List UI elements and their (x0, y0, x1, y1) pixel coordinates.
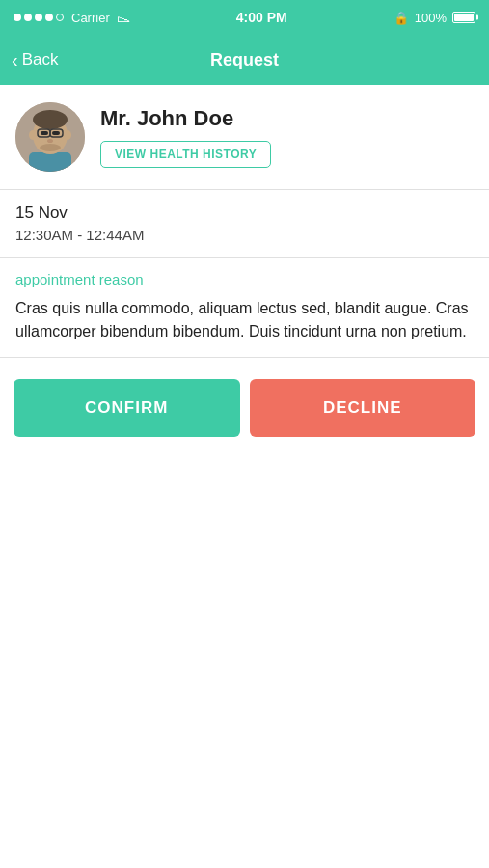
date-section: 15 Nov 12:30AM - 12:44AM (0, 190, 489, 257)
nav-bar: ‹ Back Request (0, 35, 489, 85)
carrier-label: Carrier (71, 11, 110, 25)
svg-rect-2 (29, 152, 71, 172)
lock-icon: 🔒 (394, 11, 409, 25)
dot2 (24, 14, 32, 21)
dot3 (35, 14, 42, 21)
profile-info: Mr. John Doe VIEW HEALTH HISTORY (100, 106, 271, 168)
reason-section: appointment reason Cras quis nulla commo… (0, 258, 489, 357)
confirm-button[interactable]: CONFIRM (14, 379, 240, 437)
svg-point-4 (33, 110, 68, 129)
dot4 (45, 14, 53, 21)
status-time: 4:00 PM (236, 10, 287, 25)
svg-point-5 (29, 130, 37, 140)
wifi-icon: ⌳ (117, 10, 130, 25)
content-area: Mr. John Doe VIEW HEALTH HISTORY 15 Nov … (0, 85, 489, 868)
back-label: Back (22, 50, 59, 69)
avatar (15, 102, 85, 172)
divider-3 (0, 357, 489, 358)
nav-title: Request (210, 50, 279, 70)
action-buttons: CONFIRM DECLINE (0, 362, 489, 454)
decline-button[interactable]: DECLINE (250, 379, 476, 437)
back-chevron-icon: ‹ (12, 50, 18, 69)
dot5 (56, 14, 64, 21)
patient-name: Mr. John Doe (100, 106, 271, 131)
reason-text: Cras quis nulla commodo, aliquam lectus … (15, 297, 474, 343)
svg-point-6 (64, 130, 71, 140)
status-left: Carrier ⌳ (14, 10, 130, 25)
dot1 (14, 14, 21, 21)
back-button[interactable]: ‹ Back (12, 50, 58, 69)
profile-section: Mr. John Doe VIEW HEALTH HISTORY (0, 85, 489, 189)
battery-fill (454, 14, 474, 21)
status-right: 🔒 100% (394, 11, 475, 25)
signal-dots (14, 14, 64, 21)
battery-icon (452, 12, 475, 23)
svg-rect-7 (41, 131, 48, 135)
health-history-button[interactable]: VIEW HEALTH HISTORY (100, 141, 271, 168)
appointment-date: 15 Nov (15, 203, 474, 223)
svg-point-14 (47, 139, 53, 143)
appointment-time: 12:30AM - 12:44AM (15, 227, 474, 243)
reason-label: appointment reason (15, 271, 474, 287)
svg-point-13 (40, 144, 61, 151)
svg-rect-8 (52, 131, 60, 135)
status-bar: Carrier ⌳ 4:00 PM 🔒 100% (0, 0, 489, 35)
battery-text: 100% (415, 11, 447, 25)
